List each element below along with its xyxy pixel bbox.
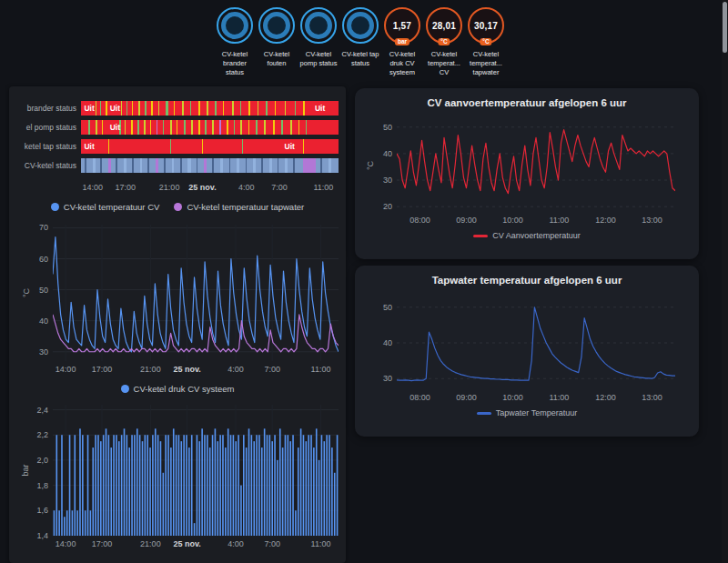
timeline-row-label: ketel tap status [13,142,81,151]
state-segment [138,101,140,116]
stat-label: CV-ketel brander status [215,50,255,76]
y-axis-label-text: bar [20,464,29,476]
timeline-x-axis: 14:0017:0021:0025 nov.4:007:0011:00 [81,183,339,194]
state-label: Uit [110,104,120,113]
state-segment [131,120,133,135]
x-tick: 13:00 [642,393,662,402]
y-tick: 50 [383,303,392,312]
legend-item-cv-aanvoertemperatuur[interactable]: CV Aanvoertemperatuur [473,231,581,240]
state-segment [215,101,217,116]
timeline-track[interactable]: Uit [81,120,339,135]
pressure-chart[interactable]: bar1,41,61,82,02,22,4 [53,405,339,536]
timeline-track[interactable]: UitUitUit [81,101,339,116]
timeline-row-label: el pomp status [13,123,81,132]
stat-cv-ketel-brander-status[interactable]: CV-ketel brander status [215,7,255,76]
y-tick: 50 [383,123,392,132]
panel-title: Tapwater temperatuur afgelopen 6 uur [355,266,699,286]
legend-item-tapwater-temperatuur[interactable]: Tapwater Temperatuur [477,408,577,417]
chart-plot[interactable] [397,297,675,389]
timeline-row: el pomp statusUit [13,120,339,135]
chart-canvas [53,405,339,536]
x-tick: 08:00 [410,393,430,402]
state-label: Uit [315,104,325,113]
state-segment [124,158,126,173]
y-tick: 40 [383,338,392,347]
legend-item-cv-ketel-druk-cv-systeem[interactable]: CV-ketel druk CV systeem [121,384,235,394]
stat-cv-ketel-druk-cv-systeem[interactable]: 1,57barCV-ketel druk CV systeem [382,7,422,76]
state-segment [234,120,235,135]
status-ring-icon [305,12,332,39]
stat-label: CV-ketel temperat... CV [424,50,464,76]
temperature-legend: CV-ketel temperatuur CVCV-ketel temperat… [9,202,346,212]
scrollbar-thumb[interactable] [723,2,727,53]
gauge-icon: 1,57bar [384,7,420,44]
x-tick: 25 nov. [173,539,200,548]
state-segment [93,158,96,173]
y-tick: 30 [39,347,48,357]
y-tick: 50 [39,286,48,295]
binary-status-icon [300,7,337,44]
y-tick: 30 [383,374,392,383]
state-segment [253,158,256,173]
temperature-chart[interactable]: °C3040506070 [53,225,339,361]
x-tick: 14:00 [56,539,76,548]
y-tick: 20 [383,202,392,211]
y-tick: 1,6 [36,506,48,515]
state-segment [237,158,239,173]
page-scrollbar[interactable] [722,0,728,563]
legend-item-cv-ketel-temperatuur-cv[interactable]: CV-ketel temperatuur CV [51,202,160,212]
state-segment [219,120,220,135]
tapwater-legend: Tapwater Temperatuur [355,408,699,417]
state-segment [240,101,241,116]
y-axis-label-text: °C [366,161,375,170]
state-segment [298,120,299,135]
stat-cv-ketel-temperat-tapwater[interactable]: 30,17°CCV-ketel temperat... tapwater [466,7,506,76]
state-segment [207,101,207,116]
x-tick: 4:00 [238,183,255,192]
state-segment [303,139,304,154]
state-segment [140,158,143,173]
stat-cv-ketel-pomp-status[interactable]: CV-ketel pomp status [298,7,339,76]
chart-plot[interactable] [53,405,339,536]
x-tick: 17:00 [92,539,113,548]
status-ring-icon [263,12,290,39]
tapwater-chart[interactable]: 304050 [397,297,675,389]
timeline-track[interactable]: UitUit [81,139,339,154]
state-segment [182,101,184,116]
state-segment [246,158,248,173]
timeline-row: brander statusUitUitUit [13,101,339,116]
x-tick: 11:00 [549,393,569,402]
stat-cv-ketel-tap-status[interactable]: CV-ketel tap status [340,7,380,76]
state-segment [320,158,322,173]
state-segment [285,101,287,116]
stat-value: 28,01 [432,21,456,31]
state-segment [197,158,198,173]
cv-aanvoer-panel: CV aanvoertemperatuur afgelopen 6 uur °C… [355,88,699,259]
timeline-row: CV-ketel status [13,158,339,173]
stat-value: 30,17 [474,21,498,31]
state-segment [212,158,214,173]
legend-item-cv-ketel-temperatuur-tapwater[interactable]: CV-ketel temperatuur tapwater [174,202,304,212]
cv-aanvoer-chart[interactable]: °C20304050 [397,119,675,212]
x-tick: 21:00 [159,183,180,192]
stat-cv-ketel-temperat-cv[interactable]: 28,01°CCV-ketel temperat... CV [424,7,464,76]
state-segment [264,120,265,135]
state-segment [147,158,149,173]
state-segment [223,101,224,116]
state-segment [158,101,159,116]
binary-status-icon [217,7,253,44]
temperature-x-axis: 14:0017:0021:0025 nov.4:007:0011:00 [53,365,339,376]
boiler-history-panel: brander statusUitUitUitel pomp statusUit… [9,86,346,563]
state-segment [121,101,122,116]
chart-plot[interactable] [53,225,339,361]
state-segment [248,120,249,135]
x-tick: 14:00 [83,183,104,192]
state-segment [295,101,296,116]
chart-plot[interactable] [397,119,675,212]
state-segment [198,101,200,116]
stat-cv-ketel-fouten[interactable]: CV-ketel fouten [257,7,297,76]
state-segment [172,158,175,173]
timeline-track[interactable] [81,158,339,173]
state-segment [285,158,288,173]
state-segment [137,120,138,135]
